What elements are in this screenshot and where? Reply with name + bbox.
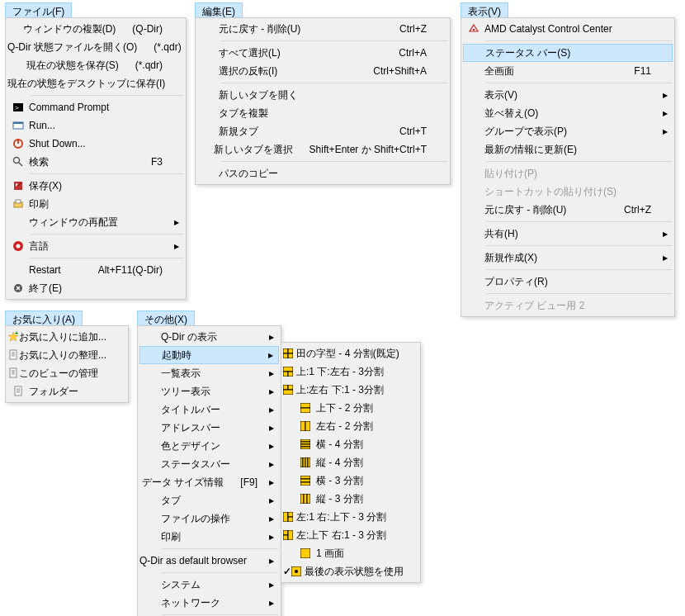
fav-item[interactable]: このビューの管理 [7,364,126,382]
menu-item-label: 印刷 [161,530,261,544]
menu-item-label: Restart [29,264,98,276]
menu-item-label: 縦 - 4 分割 [313,456,400,470]
other-item[interactable]: Q-Dir の表示▶ [139,328,279,346]
file-item[interactable]: RestartAlt+F11(Q-Dir) [7,261,184,279]
startup-layout-item[interactable]: 上:1 下:左右 - 3分割 [283,362,418,381]
menu-item-label: 表示(V) [484,88,654,102]
file-item[interactable]: 現在の状態を保存(S)(*.qdr) [7,56,184,74]
file-item[interactable]: >Command Prompt [7,98,184,116]
startup-layout-item[interactable]: 縦 - 3 分割 [283,490,418,508]
menu-item-label: Command Prompt [29,102,166,113]
svg-rect-55 [300,482,310,486]
edit-item[interactable]: タブを複製 [197,104,448,122]
menu-item-label: 上:1 下:左右 - 3分割 [293,365,400,379]
svg-rect-52 [308,457,310,467]
menu-item-label: ウィンドウの複製(D) [23,22,133,36]
svg-rect-3 [13,122,23,124]
other-item[interactable]: データ サイズ情報[F9]▶ [139,473,279,491]
edit-item[interactable]: 新規タブCtrl+T [197,122,448,140]
startup-layout-item[interactable]: 左右 - 2 分割 [283,417,418,435]
edit-item[interactable]: 新しいタブを開く [197,86,448,104]
file-item[interactable]: 印刷 [7,195,184,213]
view-item[interactable]: 全画面F11 [463,62,673,80]
other-item[interactable]: Q-Dir as default browser▶ [139,552,279,570]
file-item[interactable]: 現在の状態をデスクトップに保存(I) [7,74,184,92]
menu-item-label: 左右 - 2 分割 [313,419,400,434]
submenu-arrow-icon: ▶ [269,424,274,432]
menu-item-shortcut: F11 [634,65,654,77]
edit-item[interactable]: 選択の反転(I)Ctrl+Shift+A [197,62,448,80]
startup-layout-item[interactable]: 左:上下 右:1 - 3 分割 [283,526,418,544]
menu-separator [163,614,278,615]
svg-rect-58 [307,494,310,504]
amd-icon [463,23,484,35]
other-item[interactable]: 色とデザイン▶ [139,437,279,455]
startup-layout-item[interactable]: 縦 - 4 分割 [283,453,418,471]
menu-item-shortcut: Alt+F11(Q-Dir) [98,264,166,276]
file-item[interactable]: 保存(X) [7,177,184,195]
view-item[interactable]: 最新の情報に更新(E) [463,140,673,159]
edit-item[interactable]: パスのコピー [197,164,448,182]
svg-rect-57 [304,494,307,504]
startup-layout-item[interactable]: 横 - 3 分割 [283,471,418,490]
fav-menu: +お気に入りに追加...お気に入りの整理...このビューの管理フォルダー [5,325,129,403]
other-item[interactable]: 一覧表示▶ [139,364,279,382]
other-item[interactable]: ツリー表示▶ [139,382,279,400]
file-item[interactable]: 言語▶ [7,237,184,255]
startup-layout-item[interactable]: 左:1 右:上下 - 3 分割 [283,508,418,526]
file-item[interactable]: ウィンドウの再配置▶ [7,213,184,231]
edit-item[interactable]: 元に戻す - 削除(U)Ctrl+Z [197,20,448,38]
startup-layout-item[interactable]: 田の字型 - 4 分割(既定) [283,344,418,362]
other-item[interactable]: 印刷▶ [139,528,279,546]
view-item[interactable]: AMD Catalyst Control Center [463,20,673,38]
view-item[interactable]: 並べ替え(O)▶ [463,104,673,122]
view-item[interactable]: プロパティ(R) [463,272,673,291]
view-item[interactable]: 新規作成(X)▶ [463,249,673,267]
startup-layout-item[interactable]: ✓最後の表示状態を使用 [283,562,418,580]
file-item[interactable]: Q-Dir 状態ファイルを開く(O)(*.qdr) [7,38,184,56]
startup-layout-item[interactable]: 上:左右 下:1 - 3分割 [283,381,418,399]
other-item[interactable]: タブ▶ [139,491,279,509]
other-item[interactable]: ステータスバー▶ [139,455,279,473]
other-item[interactable]: タイトルバー▶ [139,400,279,419]
menu-item-label: 選択の反転(I) [219,64,373,78]
menu-separator [486,40,672,41]
fav-item[interactable]: +お気に入りに追加... [7,328,126,346]
edit-item[interactable]: 新しいタブを選択Shift+Enter か Shift+Ctrl+T [197,140,448,159]
menu-item-label: 横 - 3 分割 [313,474,400,488]
svg-rect-11 [16,200,21,203]
g3d-icon [283,530,293,540]
view-item[interactable]: 元に戻す - 削除(U)Ctrl+Z [463,201,673,219]
edit-menu: 元に戻す - 削除(U)Ctrl+Zすべて選択(L)Ctrl+A選択の反転(I)… [195,17,451,185]
file-item[interactable]: Shut Down... [7,135,184,153]
view-item[interactable]: 表示(V)▶ [463,86,673,104]
file-item[interactable]: 終了(E) [7,279,184,297]
other-item[interactable]: ファイルの操作▶ [139,509,279,528]
file-item[interactable]: Run... [7,116,184,135]
startup-layout-item[interactable]: 横 - 4 分割 [283,435,418,453]
g1-icon [298,548,313,558]
view-item[interactable]: ステータス バー(S) [463,44,673,62]
svg-rect-35 [283,367,293,372]
menu-item-label: 最後の表示状態を使用 [301,565,420,579]
fav-item[interactable]: お気に入りの整理... [7,346,126,364]
other-item[interactable]: 起動時▶ [139,346,279,364]
file-item[interactable]: 検索F3 [7,153,184,171]
other-item[interactable]: システム▶ [139,576,279,594]
g4-icon [283,348,293,358]
other-item[interactable]: ネットワーク▶ [139,594,279,612]
view-item[interactable]: グループで表示(P)▶ [463,122,673,140]
svg-rect-62 [283,530,288,535]
menu-item-label: このビューの管理 [19,367,115,381]
view-item[interactable]: 共有(H)▶ [463,225,673,243]
other-item[interactable]: アドレスバー▶ [139,419,279,437]
shutdown-icon [7,138,29,149]
file-item[interactable]: ウィンドウの複製(D)(Q-Dir) [7,20,184,38]
file-menu: ウィンドウの複製(D)(Q-Dir)Q-Dir 状態ファイルを開く(O)(*.q… [5,17,187,300]
startup-layout-item[interactable]: 1 画面 [283,544,418,562]
g4h-icon [298,439,313,449]
submenu-arrow-icon: ▶ [269,370,274,377]
startup-layout-item[interactable]: 上下 - 2 分割 [283,399,418,417]
edit-item[interactable]: すべて選択(L)Ctrl+A [197,44,448,62]
fav-item[interactable]: フォルダー [7,382,126,400]
